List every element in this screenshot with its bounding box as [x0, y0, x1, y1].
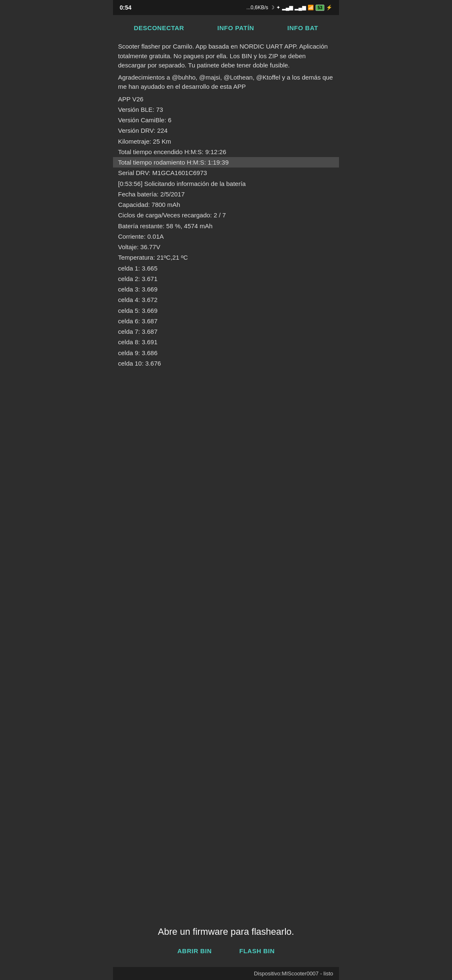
cell7: celda 7: 3.687: [118, 326, 334, 337]
intro-text-1: Scooter flasher por Camilo. App basada e…: [118, 41, 334, 71]
total-rolling-time: Total tiempo rodamiento H:M:S: 1:19:39: [113, 157, 339, 168]
status-bar: 0:54 ...0,6KB/s ☽ ✦ ▂▄▆ ▂▄▆ 📶 53 ⚡: [113, 0, 339, 15]
signal-icon: ▂▄▆: [282, 5, 293, 10]
battery-icon: 53: [316, 5, 324, 11]
info-bat-button[interactable]: INFO BAT: [284, 23, 322, 33]
cell5: celda 5: 3.669: [118, 305, 334, 316]
moon-icon: ☽: [270, 5, 275, 10]
flash-bin-button[interactable]: FLASH BIN: [236, 946, 278, 956]
charging-icon: ⚡: [326, 5, 332, 10]
voltage: Voltaje: 36.77V: [118, 242, 334, 252]
ble-version: Versión BLE: 73: [118, 104, 334, 115]
app-version: APP V26: [118, 94, 334, 104]
cell9: celda 9: 3.686: [118, 348, 334, 358]
nav-bar: DESCONECTAR INFO PATÍN INFO BAT: [113, 15, 339, 39]
total-on-time: Total tiempo encendido H:M:S: 9:12:26: [118, 147, 334, 157]
cell10: celda 10: 3.676: [118, 358, 334, 369]
mileage: Kilometraje: 25 Km: [118, 136, 334, 147]
camible-version: Versión CamiBle: 6: [118, 115, 334, 125]
firmware-text: Abre un firmware para flashearlo.: [117, 926, 335, 937]
info-scooter-button[interactable]: INFO PATÍN: [214, 23, 257, 33]
bottom-section: Abre un firmware para flashearlo. ABRIR …: [113, 918, 339, 967]
intro-text-2: Agradecimientos a @buhho, @majsi, @Lothe…: [118, 72, 334, 92]
bluetooth-icon: ✦: [276, 5, 280, 10]
cell4: celda 4: 3.672: [118, 294, 334, 305]
cell6: celda 6: 3.687: [118, 316, 334, 326]
battery-remaining: Batería restante: 58 %, 4574 mAh: [118, 221, 334, 231]
current: Corriente: 0.01A: [118, 231, 334, 242]
battery-date: Fecha batería: 2/5/2017: [118, 189, 334, 199]
cell8: celda 8: 3.691: [118, 337, 334, 347]
status-time: 0:54: [120, 4, 131, 11]
status-right: ...0,6KB/s ☽ ✦ ▂▄▆ ▂▄▆ 📶 53 ⚡: [247, 5, 332, 11]
open-bin-button[interactable]: ABRIR BIN: [174, 946, 215, 956]
disconnect-button[interactable]: DESCONECTAR: [131, 23, 187, 33]
cell3: celda 3: 3.669: [118, 284, 334, 294]
cell1: celda 1: 3.665: [118, 263, 334, 273]
request-info: [0:53:56] Solicitando información de la …: [118, 178, 334, 189]
charge-cycles: Ciclos de carga/Veces recargado: 2 / 7: [118, 210, 334, 220]
status-footer: Dispositivo:MIScooter0007 - listo: [113, 967, 339, 980]
bottom-buttons: ABRIR BIN FLASH BIN: [117, 946, 335, 956]
serial-drv: Serial DRV: M1GCA1601C6973: [118, 168, 334, 178]
signal-icon2: ▂▄▆: [295, 5, 306, 10]
capacity: Capacidad: 7800 mAh: [118, 199, 334, 210]
drv-version: Versión DRV: 224: [118, 125, 334, 136]
temperature: Temperatura: 21ºC,21 ºC: [118, 252, 334, 263]
cell2: celda 2: 3.671: [118, 273, 334, 284]
main-content: Scooter flasher por Camilo. App basada e…: [113, 39, 339, 918]
network-speed: ...0,6KB/s: [247, 5, 268, 10]
device-status: Dispositivo:MIScooter0007 - listo: [254, 970, 333, 977]
wifi-icon: 📶: [308, 5, 314, 10]
